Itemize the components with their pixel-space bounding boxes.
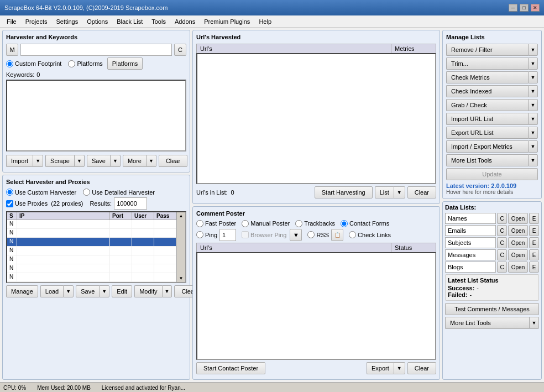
comment-urls-box[interactable] <box>196 252 436 360</box>
import-arrow[interactable]: ▼ <box>33 155 43 167</box>
import-export-metrics-arrow[interactable]: ▼ <box>528 140 538 153</box>
names-e-button[interactable]: E <box>529 213 539 224</box>
names-open-button[interactable]: Open <box>508 213 528 224</box>
load-button[interactable]: Load <box>40 285 63 297</box>
edit-button[interactable]: Edit <box>112 285 132 297</box>
trackbacks-radio[interactable]: Trackbacks <box>295 220 335 227</box>
check-metrics-button[interactable]: Check Metrics <box>446 71 528 83</box>
proxy-save-button[interactable]: Save <box>76 285 99 297</box>
test-comments-button[interactable]: Test Comments / Messages <box>445 303 539 315</box>
menu-file[interactable]: File <box>2 17 21 26</box>
subjects-e-button[interactable]: E <box>529 237 539 248</box>
fast-poster-radio[interactable]: Fast Poster <box>196 220 236 227</box>
minimize-button[interactable]: ─ <box>509 4 517 12</box>
menu-help[interactable]: Help <box>254 17 276 26</box>
data-more-list-tools-button[interactable]: More List Tools <box>445 317 529 329</box>
modify-arrow[interactable]: ▼ <box>162 285 172 297</box>
menu-projects[interactable]: Projects <box>21 17 52 26</box>
more-list-tools-button[interactable]: More List Tools <box>446 154 528 166</box>
rss-icon-btn[interactable]: 📋 <box>331 229 343 241</box>
check-links-radio[interactable]: Check Links <box>349 231 391 238</box>
platforms-button[interactable]: Platforms <box>107 58 143 70</box>
list-arrow[interactable]: ▼ <box>394 186 405 198</box>
menu-settings[interactable]: Settings <box>51 17 82 26</box>
contact-forms-radio[interactable]: Contact Forms <box>341 220 389 227</box>
manage-proxies-button[interactable]: Manage <box>6 285 38 297</box>
detailed-harvester-radio[interactable]: Use Detailed Harvester <box>83 189 155 196</box>
import-url-list-arrow[interactable]: ▼ <box>528 113 538 125</box>
messages-open-button[interactable]: Open <box>508 249 528 260</box>
export-url-list-button[interactable]: Export URL List <box>446 127 528 139</box>
menu-premium-plugins[interactable]: Premium Plugins <box>200 17 254 26</box>
comment-clear-button[interactable]: Clear <box>407 362 436 374</box>
blogs-c-button[interactable]: C <box>497 262 507 273</box>
grab-check-arrow[interactable]: ▼ <box>528 99 538 111</box>
proxy-row[interactable]: N <box>7 238 176 247</box>
menu-blacklist[interactable]: Black List <box>112 17 147 26</box>
ping-radio[interactable]: Ping <box>196 231 217 238</box>
platforms-radio[interactable]: Platforms <box>68 60 102 67</box>
grab-check-button[interactable]: Grab / Check <box>446 99 528 111</box>
urls-clear-button[interactable]: Clear <box>407 186 436 198</box>
modify-button[interactable]: Modify <box>134 285 161 297</box>
urls-list-box[interactable] <box>196 53 436 184</box>
messages-c-button[interactable]: C <box>497 249 507 260</box>
menu-addons[interactable]: Addons <box>170 17 200 26</box>
harvester-input[interactable] <box>20 44 172 56</box>
browser-ping-label[interactable]: Browser Ping <box>242 231 286 238</box>
subjects-c-button[interactable]: C <box>497 237 507 248</box>
proxy-row[interactable]: N <box>7 220 176 229</box>
m-button[interactable]: M <box>6 44 18 56</box>
remove-filter-arrow[interactable]: ▼ <box>528 44 538 56</box>
emails-c-button[interactable]: C <box>497 225 507 236</box>
custom-footprint-radio[interactable]: Custom Footprint <box>6 60 61 67</box>
load-arrow[interactable]: ▼ <box>63 285 74 297</box>
messages-e-button[interactable]: E <box>529 249 539 260</box>
proxy-row[interactable]: N <box>7 273 176 282</box>
custom-harvester-radio[interactable]: Use Custom Harvester <box>6 189 76 196</box>
emails-e-button[interactable]: E <box>529 225 539 236</box>
proxy-row[interactable]: N <box>7 229 176 238</box>
data-more-list-tools-arrow[interactable]: ▼ <box>529 317 539 329</box>
blogs-e-button[interactable]: E <box>529 262 539 273</box>
proxy-row[interactable]: N <box>7 255 176 264</box>
check-indexed-arrow[interactable]: ▼ <box>528 85 538 97</box>
trim-button[interactable]: Trim... <box>446 58 528 70</box>
trim-arrow[interactable]: ▼ <box>528 58 538 70</box>
emails-open-button[interactable]: Open <box>508 225 528 236</box>
menu-options[interactable]: Options <box>82 17 112 26</box>
check-indexed-button[interactable]: Check Indexed <box>446 85 528 97</box>
maximize-button[interactable]: □ <box>520 4 529 12</box>
import-export-metrics-button[interactable]: Import / Export Metrics <box>446 140 528 153</box>
more-list-tools-arrow[interactable]: ▼ <box>528 154 538 166</box>
proxy-row[interactable]: N <box>7 247 176 255</box>
start-harvesting-button[interactable]: Start Harvesting <box>315 186 373 198</box>
save-arrow[interactable]: ▼ <box>110 155 121 167</box>
update-button[interactable]: Update <box>446 168 538 180</box>
import-button[interactable]: Import <box>6 155 33 167</box>
scroll-down[interactable]: ▼ <box>178 275 185 282</box>
more-button[interactable]: More <box>123 155 146 167</box>
manual-poster-radio[interactable]: Manual Poster <box>242 220 290 227</box>
save-button[interactable]: Save <box>87 155 110 167</box>
results-input[interactable] <box>114 197 147 210</box>
export-button[interactable]: Export <box>367 362 394 374</box>
check-metrics-arrow[interactable]: ▼ <box>528 71 538 83</box>
menu-tools[interactable]: Tools <box>147 17 170 26</box>
keywords-textarea[interactable] <box>6 80 186 151</box>
scrape-button[interactable]: Scrape <box>45 155 74 167</box>
proxy-row[interactable]: N <box>7 264 176 273</box>
harvester-clear-button[interactable]: Clear <box>159 155 187 167</box>
rss-radio[interactable]: RSS <box>307 231 329 238</box>
proxy-save-arrow[interactable]: ▼ <box>99 285 109 297</box>
list-button[interactable]: List <box>375 186 394 198</box>
ping-input[interactable] <box>219 229 236 241</box>
import-url-list-button[interactable]: Import URL List <box>446 113 528 125</box>
use-proxies-checkbox[interactable] <box>6 200 13 207</box>
export-url-list-arrow[interactable]: ▼ <box>528 127 538 139</box>
blogs-open-button[interactable]: Open <box>508 262 528 273</box>
remove-filter-button[interactable]: Remove / Filter <box>446 44 528 56</box>
scroll-up[interactable]: ▲ <box>178 212 185 219</box>
export-arrow[interactable]: ▼ <box>394 362 405 374</box>
browser-ping-dropdown[interactable]: ▼ <box>290 229 302 241</box>
